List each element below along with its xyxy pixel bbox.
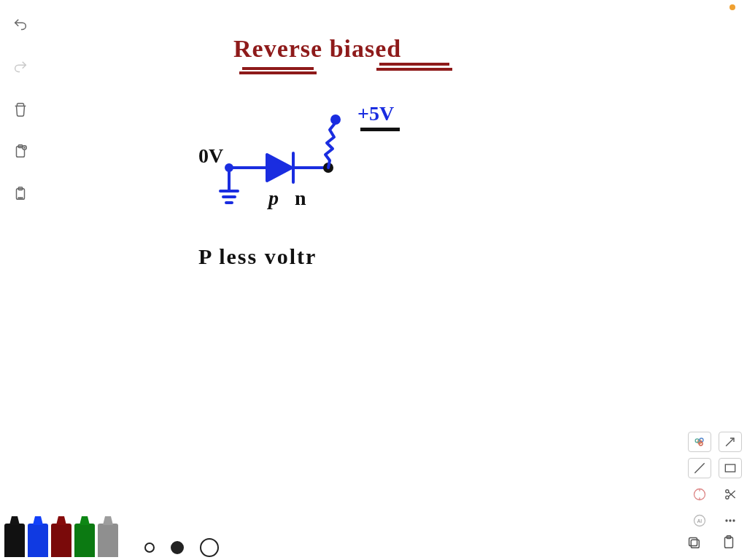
left-toolbar: [6, 15, 35, 204]
svg-point-15: [325, 164, 332, 171]
stack-icon: [684, 534, 703, 551]
stroke-small[interactable]: [144, 542, 155, 553]
circuit-diagram: [204, 109, 394, 241]
compass-icon: [692, 487, 707, 502]
title-underline: [379, 63, 449, 66]
trash-icon: [12, 101, 28, 117]
svg-rect-34: [689, 538, 697, 546]
canvas: Reverse biased +5V 0V p n: [0, 0, 747, 560]
page-title: Reverse biased: [233, 35, 401, 63]
stroke-medium[interactable]: [171, 541, 184, 554]
arrow-icon: [723, 435, 738, 449]
clipboard-more-icon: [12, 186, 28, 202]
marker-green[interactable]: [74, 524, 95, 557]
marker-gray[interactable]: [98, 524, 118, 557]
voltage-label-left: 0V: [198, 144, 223, 168]
clipboard-plus-icon: [12, 144, 28, 160]
svg-line-21: [726, 438, 734, 446]
marker-black[interactable]: [4, 524, 25, 557]
svg-rect-35: [691, 540, 699, 548]
svg-rect-23: [725, 464, 735, 472]
redo-button[interactable]: [10, 57, 31, 77]
bottom-toolbar: [0, 516, 747, 560]
scissors-button[interactable]: [719, 484, 742, 505]
svg-point-5: [18, 198, 19, 198]
recording-indicator: [729, 4, 735, 10]
compass-button[interactable]: [688, 484, 711, 505]
svg-point-9: [226, 165, 232, 171]
line-button[interactable]: [688, 458, 711, 478]
layers-button[interactable]: [683, 534, 705, 551]
title-underline: [239, 71, 317, 74]
stroke-large[interactable]: [200, 538, 219, 557]
clipboard-button[interactable]: [718, 534, 740, 551]
undo-icon: [12, 17, 28, 33]
stroke-size-palette: [144, 538, 219, 557]
line-icon: [692, 461, 707, 475]
arrow-button[interactable]: [719, 432, 742, 452]
svg-point-16: [332, 116, 339, 123]
redo-icon: [12, 59, 28, 75]
svg-line-22: [694, 463, 704, 472]
anode-label: p: [268, 187, 279, 210]
clipboard-plus-button[interactable]: [10, 141, 31, 162]
clipboard-more-button[interactable]: [10, 184, 31, 204]
scissors-icon: [723, 487, 738, 502]
undo-button[interactable]: [10, 15, 31, 35]
svg-line-27: [729, 492, 735, 498]
title-underline: [242, 67, 314, 70]
cathode-label: n: [295, 187, 306, 210]
bottom-right-tray: [683, 534, 740, 557]
svg-line-28: [729, 491, 735, 497]
rectangle-button[interactable]: [719, 458, 742, 478]
rectangle-icon: [723, 461, 738, 475]
svg-point-7: [22, 198, 23, 198]
trash-button[interactable]: [10, 99, 31, 120]
svg-point-6: [20, 198, 20, 198]
marker-palette: [4, 524, 118, 557]
title-underline: [376, 68, 452, 71]
note-text: P less voltr: [198, 244, 317, 269]
photos-button[interactable]: [688, 432, 711, 452]
voltage-label-right: +5V: [357, 102, 394, 125]
marker-blue[interactable]: [28, 524, 48, 557]
clipboard-icon: [719, 534, 738, 551]
photos-icon: [692, 435, 707, 449]
voltage-underline: [360, 128, 400, 131]
marker-red[interactable]: [51, 524, 71, 557]
